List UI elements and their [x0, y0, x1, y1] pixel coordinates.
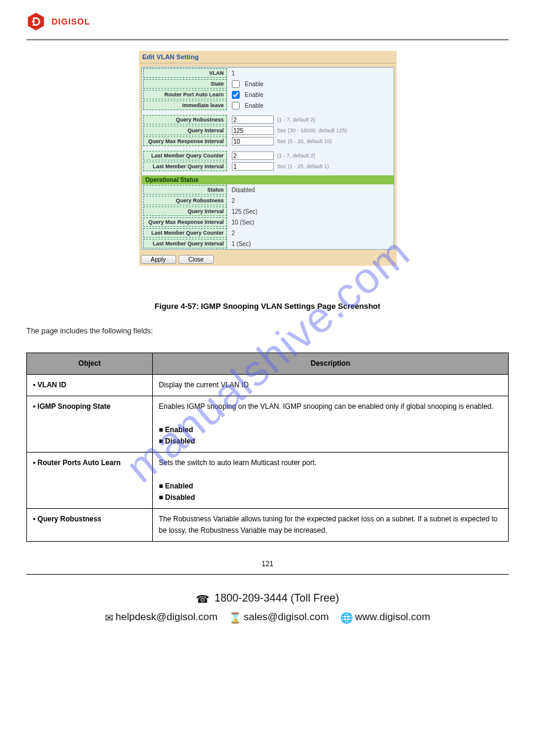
input-lmqi[interactable]: [232, 162, 274, 171]
input-qr[interactable]: [232, 116, 274, 124]
footer-phone: 1800-209-3444 (Toll Free): [214, 592, 339, 604]
op-val-lmqc: 2: [228, 229, 394, 238]
label-lmqc: Last Member Query Counter: [143, 151, 227, 160]
cb-label-imm: Enable: [245, 102, 264, 109]
panel-title: Edit VLAN Setting: [139, 51, 397, 63]
lead-paragraph: The page includes the following fields:: [26, 325, 509, 337]
top-rule: [26, 40, 509, 40]
checkbox-state[interactable]: [232, 80, 240, 88]
desc-vlanid: Display the current VLAN ID: [153, 375, 509, 396]
hourglass-icon: ⌛: [229, 610, 241, 627]
cb-label-rpal: Enable: [245, 92, 264, 98]
obj-vlanid: • VLAN ID: [27, 375, 153, 396]
hint-lmqc: (1 - 7, default 2): [277, 153, 316, 159]
globe-icon: 🌐: [340, 610, 353, 627]
description-table: Object Description • VLAN ID Display the…: [26, 353, 509, 542]
desc-qr: The Robustness Variable allows tuning fo…: [153, 508, 509, 541]
checkbox-rpal[interactable]: [232, 91, 240, 99]
op-val-status: Disabled: [228, 186, 394, 195]
hint-qmri: Sec (5 - 20, default 10): [277, 138, 333, 144]
desc-snoop-state: Enables IGMP snooping on the VLAN. IGMP …: [153, 396, 509, 453]
op-label-lmqi: Last Member Query Interval: [143, 239, 227, 248]
screenshot-container: Edit VLAN Setting VLAN 1 State Enable Ro…: [26, 51, 509, 266]
bottom-rule: [26, 574, 509, 575]
footer: ☎ 1800-209-3444 (Toll Free) ✉helpdesk@di…: [26, 589, 509, 627]
value-vlan: 1: [228, 69, 394, 78]
apply-button[interactable]: Apply: [141, 255, 176, 264]
obj-snoop-state: • IGMP Snooping State: [27, 396, 153, 453]
footer-sales: sales@digisol.com: [244, 611, 329, 623]
obj-qr: • Query Robustness: [27, 508, 153, 541]
hint-qi: Sec (30 - 18000, default 125): [277, 127, 347, 133]
desc-rpal: Sets the switch to auto learn Multicast …: [153, 453, 509, 509]
label-imm: Immediate leave: [143, 101, 227, 110]
phone-icon: ☎: [196, 590, 209, 609]
op-label-qi: Query Interval: [143, 207, 227, 216]
figure-caption: Figure 4-57: IGMP Snooping VLAN Settings…: [26, 302, 509, 311]
svg-rect-1: [32, 21, 35, 23]
op-val-qr: 2: [228, 196, 394, 205]
logo-row: DIGISOL: [26, 12, 509, 31]
input-qmri[interactable]: [232, 137, 274, 145]
svg-marker-0: [28, 13, 44, 30]
th-object: Object: [27, 353, 153, 375]
footer-help: helpdesk@digisol.com: [116, 611, 217, 623]
label-qr: Query Robustness: [143, 115, 227, 125]
obj-rpal: • Router Ports Auto Learn: [27, 453, 153, 509]
label-rpal: Router Port Auto Learn: [143, 90, 227, 99]
page-number: 121: [26, 560, 509, 568]
label-qi: Query Interval: [143, 126, 227, 135]
label-vlan: VLAN: [143, 68, 227, 78]
close-button[interactable]: Close: [179, 255, 214, 264]
mail-icon: ✉: [105, 610, 113, 627]
operational-status-header: Operational Status: [142, 175, 394, 184]
op-label-lmqc: Last Member Query Counter: [143, 228, 227, 238]
op-val-qi: 125 (Sec): [228, 207, 394, 216]
op-label-qmri: Query Max Response Interval: [143, 217, 227, 227]
op-val-lmqi: 1 (Sec): [228, 239, 394, 248]
hint-qr: (1 - 7, default 2): [277, 117, 316, 123]
label-state: State: [143, 79, 227, 89]
checkbox-imm[interactable]: [232, 102, 240, 110]
footer-web: www.digisol.com: [355, 611, 431, 623]
input-lmqc[interactable]: [232, 151, 274, 160]
label-qmri: Query Max Response Interval: [143, 136, 227, 146]
cb-label-state: Enable: [245, 81, 264, 87]
op-val-qmri: 10 (Sec): [228, 218, 394, 227]
edit-vlan-panel: Edit VLAN Setting VLAN 1 State Enable Ro…: [139, 51, 397, 266]
hint-lmqi: Sec (1 - 25, default 1): [277, 163, 330, 169]
logo-icon: [26, 12, 46, 31]
op-label-qr: Query Robustness: [143, 196, 227, 205]
label-lmqi: Last Member Query Interval: [143, 162, 227, 171]
th-description: Description: [153, 353, 509, 375]
input-qi[interactable]: [232, 126, 274, 135]
brand-text: DIGISOL: [52, 17, 90, 26]
op-label-status: Status: [143, 185, 227, 195]
